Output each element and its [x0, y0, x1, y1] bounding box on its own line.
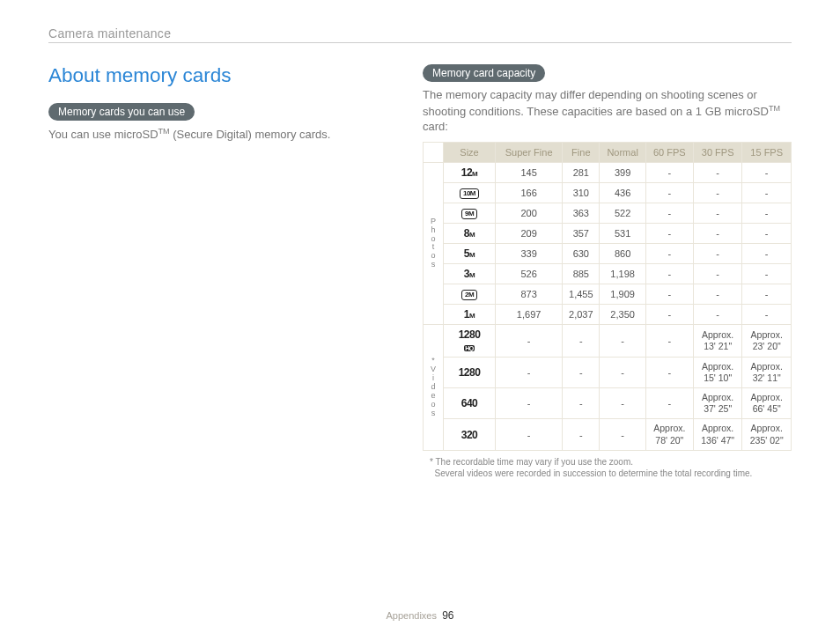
table-cell: 873 [496, 284, 563, 304]
table-row: *Videos1280HQ----Approx.13' 21"Approx.23… [424, 324, 792, 357]
table-row: 2M8731,4551,909--- [424, 284, 792, 304]
subsection-pill-left: Memory cards you can use [48, 103, 195, 121]
page: Camera maintenance About memory cards Me… [0, 0, 840, 634]
size-badge-icon: 9M [461, 209, 477, 219]
table-cell: - [693, 304, 742, 324]
table-cell: - [645, 324, 693, 357]
col-header-30fps: 30 FPS [693, 142, 742, 162]
table-cell: Approx.136' 47" [693, 419, 742, 450]
table-cell: - [742, 243, 792, 263]
table-cell: 2,037 [563, 304, 600, 324]
table-cell: - [742, 182, 792, 203]
left-column: About memory cards Memory cards you can … [48, 64, 365, 480]
size-label: 1280 [459, 328, 481, 341]
col-header-size: Size [444, 142, 496, 162]
size-cell: 12M [444, 162, 496, 182]
table-cell: - [693, 243, 742, 263]
table-cell: Approx.15' 10" [693, 357, 742, 387]
size-label: 3M [464, 268, 475, 280]
col-header-blank [424, 142, 444, 162]
size-cell: 320 [444, 419, 496, 450]
table-cell: 209 [496, 223, 563, 243]
right-column: Memory card capacity The memory capacity… [423, 64, 792, 480]
table-header-row: Size Super Fine Fine Normal 60 FPS 30 FP… [424, 142, 792, 162]
size-cell: 1280 [444, 357, 496, 387]
table-cell: - [742, 223, 792, 243]
table-cell: 281 [563, 162, 600, 182]
two-column-layout: About memory cards Memory cards you can … [48, 64, 792, 480]
table-cell: 399 [600, 162, 645, 182]
footer-section: Appendixes [387, 610, 438, 621]
size-cell: 1280HQ [444, 324, 496, 357]
table-cell: 2,350 [600, 304, 645, 324]
trademark-sup: TM [158, 127, 170, 136]
table-head: Size Super Fine Fine Normal 60 FPS 30 FP… [424, 142, 792, 162]
size-label: 320 [461, 429, 478, 441]
table-cell: - [742, 284, 792, 304]
table-cell: 1,198 [600, 263, 645, 284]
left-body-text: You can use microSDTM (Secure Digital) m… [48, 126, 365, 143]
table-cell: - [600, 388, 645, 419]
text: The memory capacity may differ depending… [423, 88, 769, 118]
size-cell: 3M [444, 263, 496, 284]
table-cell: - [645, 203, 693, 223]
table-cell: 310 [563, 182, 600, 203]
table-cell: Approx.235' 02" [742, 419, 792, 450]
col-header-fine: Fine [563, 142, 600, 162]
table-cell: - [742, 162, 792, 182]
table-cell: - [693, 223, 742, 243]
size-label: 640 [461, 397, 478, 409]
col-header-superfine: Super Fine [496, 142, 563, 162]
table-cell: - [645, 357, 693, 387]
size-cell: 2M [444, 284, 496, 304]
table-cell: - [496, 324, 563, 357]
size-cell: 10M [444, 182, 496, 203]
table-cell: 339 [496, 243, 563, 263]
section-title: About memory cards [48, 64, 365, 87]
page-footer: Appendixes 96 [0, 609, 840, 622]
text: You can use microSD [48, 128, 158, 141]
table-row: Photos12M145281399--- [424, 162, 792, 182]
table-cell: - [563, 324, 600, 357]
table-cell: - [600, 324, 645, 357]
size-label: 1M [464, 308, 475, 321]
table-row: 320---Approx.78' 20"Approx.136' 47"Appro… [424, 419, 792, 450]
size-label: 1280 [459, 366, 481, 379]
col-header-normal: Normal [600, 142, 645, 162]
table-cell: 166 [496, 182, 563, 203]
header-rule [48, 42, 792, 43]
table-cell: 522 [600, 203, 645, 223]
table-cell: 436 [600, 182, 645, 203]
table-cell: - [693, 182, 742, 203]
table-row: 5M339630860--- [424, 243, 792, 263]
table-cell: - [645, 182, 693, 203]
col-header-15fps: 15 FPS [742, 142, 792, 162]
table-cell: - [693, 263, 742, 284]
footnote-line-1: * The recordable time may vary if you us… [430, 457, 633, 467]
table-cell: - [563, 388, 600, 419]
size-cell: 1M [444, 304, 496, 324]
size-label: 8M [464, 227, 475, 240]
table-cell: - [563, 419, 600, 450]
trademark-sup: TM [769, 104, 780, 113]
table-cell: 357 [563, 223, 600, 243]
table-cell: 860 [600, 243, 645, 263]
table-cell: Approx.32' 11" [742, 357, 792, 387]
text: card: [423, 120, 448, 133]
table-cell: 1,697 [496, 304, 563, 324]
table-cell: 526 [496, 263, 563, 284]
table-cell: - [645, 304, 693, 324]
breadcrumb: Camera maintenance [48, 26, 792, 41]
table-cell: - [645, 162, 693, 182]
footnote-line-2: Several videos were recorded in successi… [435, 468, 753, 478]
table-cell: 885 [563, 263, 600, 284]
subsection-pill-right: Memory card capacity [423, 64, 545, 82]
table-cell: 630 [563, 243, 600, 263]
table-cell: 145 [496, 162, 563, 182]
size-cell: 8M [444, 223, 496, 243]
table-cell: Approx.23' 20" [742, 324, 792, 357]
table-cell: - [563, 357, 600, 387]
table-cell: 1,909 [600, 284, 645, 304]
text: (Secure Digital) memory cards. [170, 128, 331, 141]
table-row: 1M1,6972,0372,350--- [424, 304, 792, 324]
